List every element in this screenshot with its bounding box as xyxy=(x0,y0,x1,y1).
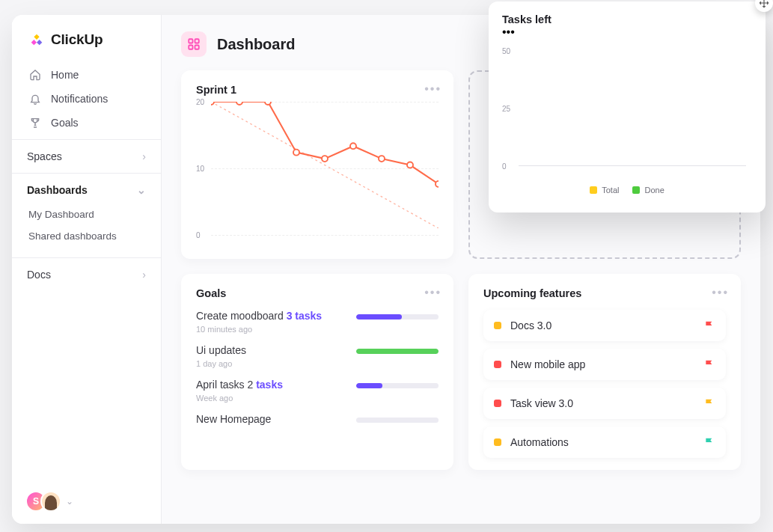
legend-swatch-icon xyxy=(590,186,597,194)
card-more-button[interactable]: ••• xyxy=(502,25,752,39)
legend-done: Done xyxy=(632,186,664,195)
sidebar-item-my-dashboard[interactable]: My Dashboard xyxy=(27,204,146,225)
dashboards-list: My Dashboard Shared dashboards xyxy=(27,204,146,247)
nav-home[interactable]: Home xyxy=(12,63,161,87)
goal-title: Ui updates xyxy=(196,344,246,356)
docs-toggle[interactable]: Docs › xyxy=(27,269,146,281)
goal-title: New Homepage xyxy=(196,413,271,425)
status-dot-icon xyxy=(494,438,501,446)
flag-icon[interactable] xyxy=(703,397,715,409)
primary-nav: Home Notifications Goals xyxy=(12,58,161,139)
goal-title: Create moodboard 3 tasks xyxy=(196,310,322,322)
y-tick: 20 xyxy=(196,98,204,106)
card-title: Sprint 1 xyxy=(196,84,439,96)
feature-label: Automations xyxy=(510,436,694,448)
goal-timestamp: Week ago xyxy=(196,394,283,403)
card-more-button[interactable]: ••• xyxy=(424,82,442,96)
sidebar: ClickUp Home Notifications Goals xyxy=(12,15,162,524)
tasks-left-card[interactable]: Tasks left ••• 50 25 0 Total Done xyxy=(489,1,766,213)
y-tick: 25 xyxy=(502,105,510,113)
goal-timestamp: 1 day ago xyxy=(196,359,246,368)
nav-notifications[interactable]: Notifications xyxy=(12,87,161,111)
goals-list: Create moodboard 3 tasks10 minutes agoUi… xyxy=(196,310,439,425)
goal-timestamp: 10 minutes ago xyxy=(196,325,322,334)
progress-bar xyxy=(356,349,439,354)
svg-point-4 xyxy=(211,102,214,105)
sprint-burndown-chart: 20 10 0 xyxy=(196,102,439,235)
card-title: Tasks left xyxy=(502,13,752,25)
feature-label: New mobile app xyxy=(510,358,694,370)
flag-icon[interactable] xyxy=(703,436,715,448)
home-icon xyxy=(28,69,42,81)
card-title: Goals xyxy=(196,287,439,299)
goal-title: April tasks 2 tasks xyxy=(196,379,283,391)
goals-card: Goals ••• Create moodboard 3 tasks10 min… xyxy=(181,274,453,470)
svg-point-5 xyxy=(236,102,242,105)
clickup-logo-icon xyxy=(28,31,45,48)
svg-rect-0 xyxy=(189,39,192,43)
progress-bar xyxy=(356,383,439,388)
user-switcher[interactable]: S ⌄ xyxy=(12,479,161,524)
brand-name: ClickUp xyxy=(51,31,103,48)
goal-item[interactable]: April tasks 2 tasksWeek ago xyxy=(196,379,439,403)
svg-point-11 xyxy=(407,162,413,168)
chevron-down-icon: ⌄ xyxy=(137,184,146,196)
feature-item[interactable]: Docs 3.0 xyxy=(483,310,726,341)
feature-item[interactable]: Automations xyxy=(483,426,726,458)
upcoming-features-card: Upcoming features ••• Docs 3.0New mobile… xyxy=(468,274,741,470)
dashboards-toggle[interactable]: Dashboards ⌄ xyxy=(27,184,146,196)
brand-logo[interactable]: ClickUp xyxy=(12,15,161,58)
svg-point-12 xyxy=(436,181,439,187)
goal-item[interactable]: Ui updates1 day ago xyxy=(196,344,439,368)
status-dot-icon xyxy=(494,400,501,407)
nav-label: Notifications xyxy=(51,93,108,105)
legend-total: Total xyxy=(590,186,619,195)
flag-icon[interactable] xyxy=(703,319,715,331)
svg-point-8 xyxy=(322,156,328,162)
y-tick: 0 xyxy=(502,162,507,171)
chevron-right-icon: › xyxy=(142,269,146,281)
drag-handle-icon[interactable] xyxy=(755,0,773,12)
svg-rect-3 xyxy=(195,46,199,49)
tasks-left-chart: 50 25 0 xyxy=(502,51,752,178)
feature-item[interactable]: Task view 3.0 xyxy=(483,388,726,419)
section-label: Docs xyxy=(27,269,51,281)
flag-icon[interactable] xyxy=(703,358,715,370)
section-label: Dashboards xyxy=(27,184,88,196)
svg-point-7 xyxy=(293,150,299,156)
goal-item[interactable]: Create moodboard 3 tasks10 minutes ago xyxy=(196,310,439,334)
svg-rect-2 xyxy=(189,46,192,49)
section-dashboards: Dashboards ⌄ My Dashboard Shared dashboa… xyxy=(12,173,161,257)
nav-goals[interactable]: Goals xyxy=(12,111,161,135)
card-title: Upcoming features xyxy=(483,287,726,299)
chevron-right-icon: › xyxy=(142,150,146,162)
section-spaces: Spaces › xyxy=(12,139,161,173)
chart-legend: Total Done xyxy=(502,186,752,195)
feature-item[interactable]: New mobile app xyxy=(483,349,726,380)
svg-rect-1 xyxy=(195,39,199,43)
features-list: Docs 3.0New mobile appTask view 3.0Autom… xyxy=(483,310,726,458)
status-dot-icon xyxy=(494,322,501,329)
progress-bar xyxy=(356,418,439,423)
svg-point-6 xyxy=(265,102,271,105)
avatar xyxy=(40,491,61,512)
card-more-button[interactable]: ••• xyxy=(424,286,442,299)
section-label: Spaces xyxy=(27,150,62,162)
sprint-card: Sprint 1 ••• 20 10 0 xyxy=(181,70,453,259)
feature-label: Task view 3.0 xyxy=(510,397,694,409)
card-more-button[interactable]: ••• xyxy=(712,286,729,299)
y-tick: 0 xyxy=(196,231,201,239)
section-docs: Docs › xyxy=(12,257,161,291)
svg-point-10 xyxy=(379,156,385,162)
page-title: Dashboard xyxy=(217,36,295,53)
y-tick: 50 xyxy=(502,47,510,55)
chevron-down-icon: ⌄ xyxy=(66,496,73,507)
progress-bar xyxy=(356,314,439,319)
spaces-toggle[interactable]: Spaces › xyxy=(27,150,146,162)
feature-label: Docs 3.0 xyxy=(510,319,694,331)
svg-point-9 xyxy=(350,143,356,149)
nav-label: Home xyxy=(51,69,79,81)
sidebar-item-shared-dashboards[interactable]: Shared dashboards xyxy=(27,225,146,247)
legend-swatch-icon xyxy=(632,186,640,194)
goal-item[interactable]: New Homepage xyxy=(196,413,439,425)
